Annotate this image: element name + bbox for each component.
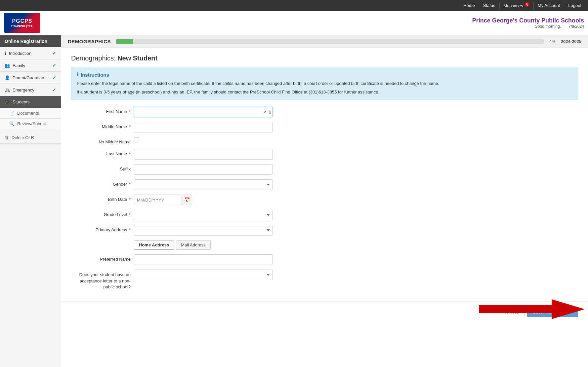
instructions-heading: ℹ Instructions — [77, 72, 572, 78]
gender-label: Gender * — [71, 179, 131, 187]
required-marker: * — [129, 151, 131, 156]
mail-address-button[interactable]: Mail Address — [176, 240, 210, 250]
required-marker: * — [129, 212, 131, 217]
section-header: DEMOGRAPHICS 4% 2024-2025 — [61, 35, 588, 48]
primary-address-select[interactable] — [134, 225, 273, 236]
birth-date-label: Birth Date * — [71, 195, 131, 202]
no-middle-name-checkbox-group — [134, 137, 139, 142]
main-content: DEMOGRAPHICS 4% 2024-2025 Demographics: … — [61, 35, 588, 367]
middle-name-input[interactable] — [134, 122, 273, 132]
my-account-link[interactable]: My Account — [534, 2, 564, 9]
address-buttons-group: Home Address Mail Address — [134, 240, 578, 250]
input-info-icon[interactable]: ℹ — [269, 109, 272, 115]
sidebar-item-introduction[interactable]: ℹ Introduction ✔ — [0, 47, 61, 59]
sidebar-item-parent-guardian[interactable]: 👤 Parent/Guardian ✔ — [0, 72, 61, 84]
page-header: PGCPS TRAINING (TTT) Prince George's Cou… — [0, 11, 588, 35]
year-badge: 2024-2025 — [561, 39, 581, 44]
trash-icon: 🗑 — [5, 135, 9, 140]
previous-button[interactable]: ‹ Previous — [494, 307, 525, 317]
header-info: Prince George's County Public Schools Go… — [472, 17, 584, 29]
required-marker: * — [129, 124, 131, 129]
person-icon: 👤 — [5, 75, 10, 80]
check-icon-emergency: ✔ — [52, 87, 56, 92]
grade-level-select[interactable]: Pre-K Kindergarten Grade 1 Grade 2 — [134, 210, 273, 220]
sidebar-label-emergency: Emergency — [13, 88, 34, 92]
sidebar-item-emergency[interactable]: 🚑 Emergency ✔ — [0, 84, 61, 96]
sidebar: Online Registration ℹ Introduction ✔ 👥 F… — [0, 35, 61, 367]
check-icon-introduction: ✔ — [52, 51, 56, 56]
home-address-button[interactable]: Home Address — [134, 240, 174, 250]
sidebar-item-delete[interactable]: 🗑 Delete OLR — [0, 132, 61, 144]
progress-bar-fill — [116, 39, 133, 44]
search-icon: 🔍 — [9, 121, 15, 126]
first-name-group: First Name * ↗ ℹ — [71, 107, 578, 117]
acceptance-label: Does your student have an acceptance let… — [71, 270, 131, 290]
main-layout: Online Registration ℹ Introduction ✔ 👥 F… — [0, 35, 588, 367]
student-name: New Student — [117, 55, 157, 62]
no-middle-name-group: No Middle Name — [71, 137, 578, 144]
birth-date-input[interactable] — [134, 195, 180, 205]
info-icon: ℹ — [5, 51, 6, 56]
home-link[interactable]: Home — [459, 2, 479, 9]
last-name-group: Last Name * — [71, 149, 578, 160]
sidebar-label-documents: Documents — [17, 111, 39, 116]
form-title: Demographics: New Student — [71, 55, 578, 62]
birth-date-group: Birth Date * 📅 — [71, 195, 578, 205]
logout-link[interactable]: Logout — [564, 2, 585, 9]
logo-sub: TRAINING (TTT) — [11, 24, 33, 28]
calendar-button[interactable]: 📅 — [182, 195, 192, 205]
top-navigation: Home Status Messages 8 My Account Logout — [0, 0, 588, 11]
logo: PGCPS TRAINING (TTT) — [4, 13, 40, 33]
instructions-p2: If a student is 3-5 years of age (in pre… — [77, 89, 572, 95]
input-arrow-icon[interactable]: ↗ — [262, 109, 267, 115]
preferred-name-label: Preferred Name — [71, 254, 131, 262]
info-circle-icon: ℹ — [77, 72, 79, 78]
date-input-group: 📅 — [134, 195, 192, 205]
sidebar-item-family[interactable]: 👥 Family ✔ — [0, 59, 61, 72]
sidebar-label-family: Family — [13, 63, 25, 68]
check-icon-family: ✔ — [52, 63, 56, 68]
first-name-input[interactable] — [134, 107, 273, 117]
gender-select[interactable]: Male Female — [134, 179, 273, 190]
preferred-name-group: Preferred Name — [71, 254, 578, 265]
suffix-input[interactable] — [134, 164, 273, 175]
sidebar-label-introduction: Introduction — [9, 51, 31, 56]
form-bottom-buttons: ‹ Previous Save And Continue › — [61, 301, 588, 322]
primary-address-label: Primary Address * — [71, 225, 131, 232]
sidebar-item-documents[interactable]: 📄 Documents — [0, 108, 61, 119]
instructions-box: ℹ Instructions Please enter the legal na… — [71, 67, 578, 100]
instructions-p1: Please enter the legal name of the child… — [77, 80, 572, 87]
check-icon-parent: ✔ — [52, 75, 56, 80]
middle-name-label: Middle Name * — [71, 122, 131, 129]
ambulance-icon: 🚑 — [5, 88, 10, 92]
acceptance-select[interactable]: Yes No — [134, 270, 273, 280]
section-title: DEMOGRAPHICS — [68, 39, 111, 44]
no-middle-name-checkbox[interactable] — [134, 137, 139, 142]
logo-text: PGCPS — [11, 18, 33, 24]
chevron-right-icon: › — [571, 310, 572, 314]
required-marker: * — [129, 227, 131, 232]
school-name: Prince George's County Public Schools — [472, 17, 584, 24]
last-name-label: Last Name * — [71, 149, 131, 156]
sidebar-item-students[interactable]: 🎓 Students — [0, 96, 61, 108]
first-name-label: First Name * — [71, 107, 131, 114]
required-marker: * — [129, 197, 131, 202]
messages-link[interactable]: Messages 8 — [500, 1, 534, 10]
sidebar-label-review: Review/Submit — [17, 121, 46, 126]
save-continue-button[interactable]: Save And Continue › — [527, 307, 578, 317]
suffix-group: Suffix — [71, 164, 578, 175]
required-marker: * — [129, 182, 131, 187]
preferred-name-input[interactable] — [134, 254, 273, 265]
sidebar-label-parent: Parent/Guardian — [13, 75, 44, 80]
users-icon: 👥 — [5, 63, 10, 68]
sidebar-item-review-submit[interactable]: 🔍 Review/Submit — [0, 119, 61, 129]
suffix-label: Suffix — [71, 164, 131, 171]
graduation-icon: 🎓 — [5, 99, 10, 104]
sidebar-title: Online Registration — [0, 35, 61, 47]
chevron-left-icon: ‹ — [499, 310, 501, 314]
progress-bar-container — [116, 39, 544, 44]
no-middle-name-label: No Middle Name — [71, 137, 131, 144]
status-link[interactable]: Status — [479, 2, 500, 9]
acceptance-group: Does your student have an acceptance let… — [71, 270, 578, 290]
last-name-input[interactable] — [134, 149, 273, 160]
